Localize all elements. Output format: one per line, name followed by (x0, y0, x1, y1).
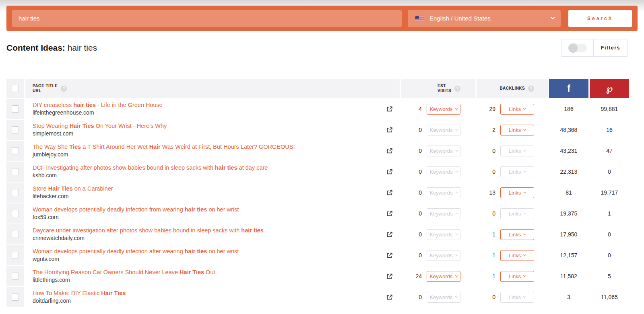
page-title-link[interactable]: Daycare under investigation after photos… (33, 227, 264, 234)
page-title-link[interactable]: DCF investigating after photos show babi… (33, 164, 268, 172)
external-link-icon[interactable] (386, 168, 393, 176)
est-visits-value: 0 (411, 148, 422, 154)
est-visits-value: 4 (411, 106, 422, 112)
row-checkbox[interactable] (12, 293, 19, 301)
external-link-icon[interactable] (386, 273, 393, 281)
links-dropdown: Links (500, 146, 534, 156)
page-title-link[interactable]: The Way She Ties a T-Shirt Around Her We… (33, 143, 295, 151)
filters-toggle[interactable] (561, 39, 594, 56)
links-dropdown[interactable]: Links (500, 104, 534, 115)
backlinks-cell: 2Links (477, 120, 548, 140)
facebook-shares: 11,582 (549, 266, 588, 286)
search-button[interactable]: Search (568, 10, 632, 27)
pinterest-shares: 16 (590, 120, 629, 140)
pinterest-shares: 0 (590, 224, 629, 244)
keywords-dropdown[interactable]: Keywords (427, 271, 460, 282)
table-row: DIY creaseless hair ties - Life in the G… (25, 99, 400, 119)
page-title-link[interactable]: The Horrifying Reason Cat Owners Should … (33, 269, 215, 276)
backlinks-value: 29 (484, 106, 495, 112)
row-checkbox[interactable] (12, 252, 19, 259)
est-visits-cell: 4Keywords (401, 99, 475, 119)
row-select-cell (6, 266, 24, 286)
page-domain: crimewatchdaily.com (33, 234, 264, 242)
external-link-icon[interactable] (386, 210, 393, 218)
row-checkbox[interactable] (12, 168, 19, 175)
backlinks-value: 1 (484, 231, 495, 238)
page-domain: wgntv.com (33, 255, 239, 263)
search-bar: English / United States Search (6, 6, 638, 31)
links-dropdown[interactable]: Links (500, 125, 534, 135)
backlinks-cell: 29Links (477, 99, 548, 119)
est-visits-value: 0 (411, 189, 422, 196)
language-selector[interactable]: English / United States (408, 10, 561, 27)
backlinks-value: 0 (484, 294, 495, 300)
backlinks-value: 0 (484, 210, 495, 217)
page-title-link[interactable]: DIY creaseless hair ties - Life in the G… (33, 101, 163, 109)
row-checkbox[interactable] (12, 210, 19, 217)
row-checkbox[interactable] (12, 147, 19, 154)
page-title-link[interactable]: Stop Wearing Hair Ties On Your Wrist - H… (33, 122, 167, 130)
page-domain: simplemost.com (33, 130, 167, 138)
page-title-link[interactable]: Woman develops potentially deadly infect… (33, 248, 239, 255)
table-row: The Horrifying Reason Cat Owners Should … (25, 266, 400, 286)
keywords-dropdown: Keywords (427, 229, 460, 240)
help-icon[interactable]: ? (528, 86, 534, 92)
page-domain: jumblejoy.com (33, 151, 295, 158)
page-domain: kshb.com (33, 172, 268, 179)
keywords-dropdown[interactable]: Keywords (427, 104, 460, 115)
pinterest-shares: 11,065 (590, 287, 629, 307)
external-link-icon[interactable] (386, 252, 393, 260)
est-visits-value: 0 (411, 168, 422, 175)
table-row: Store Hair Ties on a Carabinerlifehacker… (25, 183, 400, 203)
backlinks-cell: 1Links (477, 224, 548, 244)
links-dropdown[interactable]: Links (500, 187, 534, 198)
facebook-shares: 43,231 (549, 141, 588, 161)
est-visits-cell: 0Keywords (401, 245, 475, 265)
select-all-header-cell (6, 79, 24, 98)
toggle-switch-off[interactable] (568, 44, 587, 52)
pinterest-shares: 19,717 (590, 183, 629, 203)
keywords-dropdown: Keywords (427, 187, 460, 198)
links-dropdown[interactable]: Links (500, 250, 534, 261)
row-checkbox[interactable] (12, 126, 19, 133)
row-checkbox[interactable] (12, 273, 19, 280)
page-title-link[interactable]: Woman develops potentially deadly infect… (33, 206, 239, 213)
filters-label[interactable]: Filters (594, 39, 627, 56)
row-checkbox[interactable] (12, 231, 19, 238)
external-link-icon[interactable] (386, 106, 393, 114)
col-header-backlinks: BACKLINKS (500, 86, 525, 91)
col-header-visits: VISITS (438, 88, 451, 93)
row-checkbox[interactable] (12, 189, 19, 196)
external-link-icon[interactable] (386, 148, 393, 156)
col-header-page-title: PAGE TITLE (33, 84, 58, 88)
row-select-cell (6, 141, 24, 161)
table-row: How To Make: DIY Elastic Hair Tiesdoitda… (25, 287, 400, 307)
backlinks-value: 2 (484, 127, 495, 133)
links-dropdown[interactable]: Links (500, 229, 534, 240)
backlinks-cell: 1Links (477, 266, 548, 286)
row-select-cell (6, 287, 24, 307)
help-icon[interactable]: ? (454, 86, 460, 92)
page-title-header-cell: PAGE TITLE URL ? (25, 79, 400, 98)
page-title-link[interactable]: Store Hair Ties on a Carabiner (33, 185, 113, 193)
table-row: Woman develops potentially deadly infect… (25, 203, 400, 224)
facebook-shares: 81 (549, 183, 588, 203)
row-select-cell (6, 224, 24, 244)
external-link-icon[interactable] (386, 294, 393, 302)
external-link-icon[interactable] (386, 127, 393, 135)
backlinks-cell: 0Links (477, 203, 548, 224)
links-dropdown[interactable]: Links (500, 271, 534, 282)
row-select-cell (6, 162, 24, 182)
external-link-icon[interactable] (386, 189, 393, 197)
toggle-knob (568, 43, 578, 53)
select-all-checkbox[interactable] (12, 85, 19, 92)
row-checkbox[interactable] (12, 105, 19, 113)
help-icon[interactable]: ? (61, 86, 67, 92)
backlinks-cell: 0Links (477, 287, 548, 307)
est-visits-value: 0 (411, 127, 422, 133)
search-input[interactable] (12, 10, 402, 27)
external-link-icon[interactable] (386, 231, 393, 239)
keywords-dropdown: Keywords (427, 146, 460, 156)
page-title-link[interactable]: How To Make: DIY Elastic Hair Ties (33, 289, 126, 297)
language-label: English / United States (429, 15, 551, 22)
